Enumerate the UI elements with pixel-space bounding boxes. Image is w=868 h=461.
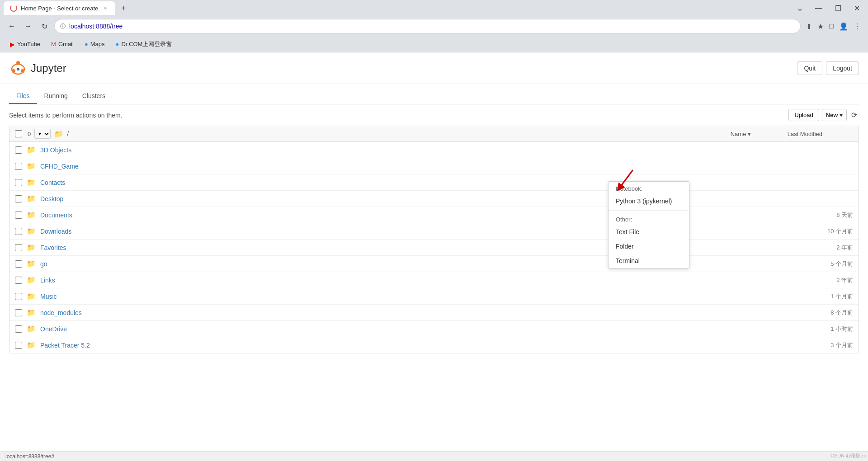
bookmark-maps-label: Maps [90,41,105,47]
file-time-11: 1 小时前 [785,325,853,333]
table-row: 📁 Documents 8 天前 [9,207,859,223]
file-name-11[interactable]: OneDrive [40,325,781,333]
file-name-9[interactable]: Music [40,293,781,300]
upload-button[interactable]: Upload [788,109,819,121]
bookmarks-bar: ▶ YouTube M Gmail ● Maps ● Dr.COM上网登录窗 [0,36,868,52]
item-count: 0 [28,131,31,137]
bookmark-youtube[interactable]: ▶ YouTube [5,39,45,50]
jupyter-header: Jupyter Quit Logout [0,52,868,84]
table-row: 📁 Downloads 10 个月前 [9,223,859,240]
address-text: localhost:8888/tree [69,23,795,30]
terminal-option[interactable]: Terminal [609,254,689,268]
tab-title: Home Page - Select or create [21,5,98,12]
file-checkbox-1[interactable] [15,163,22,170]
file-checkbox-0[interactable] [15,146,22,154]
name-column-header[interactable]: Name ▾ [731,131,751,137]
tab-files[interactable]: Files [9,89,37,104]
file-name-0[interactable]: 3D Objects [40,146,781,154]
split-screen-button[interactable]: □ [827,20,835,33]
table-row: 📁 Music 1 个月前 [9,288,859,305]
file-name-8[interactable]: Links [40,277,781,284]
python3-option[interactable]: Python 3 (ipykernel) [609,194,689,208]
browser-tab[interactable]: Home Page - Select or create × [4,1,115,15]
file-time-12: 3 个月前 [785,341,853,349]
text-file-option[interactable]: Text File [609,225,689,239]
file-name-12[interactable]: Packet Tracer 5.2 [40,342,781,349]
reload-button[interactable]: ↻ [38,20,51,33]
file-name-10[interactable]: node_modules [40,309,781,316]
folder-icon-12: 📁 [27,341,36,349]
select-all-checkbox[interactable] [15,130,22,137]
folder-option[interactable]: Folder [609,239,689,254]
quit-button[interactable]: Quit [797,61,822,75]
tab-running[interactable]: Running [37,89,75,104]
file-checkbox-3[interactable] [15,195,22,202]
file-time-10: 8 个月前 [785,309,853,317]
folder-icon-5: 📁 [27,227,36,235]
drcom-icon: ● [116,41,119,47]
table-row: 📁 Desktop [9,191,859,207]
secure-icon: ⓘ [60,23,66,30]
close-window-button[interactable]: ✕ [849,2,864,14]
refresh-button[interactable]: ⟳ [849,109,859,121]
file-name-1[interactable]: CFHD_Game [40,163,781,170]
sort-dropdown[interactable]: ▾ [34,129,51,139]
path-text: / [67,130,69,137]
folder-icon-7: 📁 [27,259,36,268]
table-row: 📁 3D Objects [9,142,859,158]
jupyter-logo: Jupyter [9,59,66,77]
folder-icon-10: 📁 [27,308,36,317]
tab-close-button[interactable]: × [102,5,109,12]
file-checkbox-5[interactable] [15,228,22,235]
file-checkbox-7[interactable] [15,260,22,268]
watermark: CSDN @涨影zo [830,452,866,459]
maximize-button[interactable]: ❐ [830,2,846,14]
folder-icon-11: 📁 [27,325,36,333]
table-row: 📁 Contacts [9,174,859,191]
svg-point-4 [17,68,19,71]
file-checkbox-8[interactable] [15,277,22,284]
menu-button[interactable]: ⋮ [852,20,863,33]
bookmark-button[interactable]: ★ [816,20,826,33]
file-time-4: 8 天前 [785,211,853,219]
file-list: 0 ▾ 📁 / Name ▾ Last Modified 📁 3D Object… [9,126,859,353]
bookmark-drcom[interactable]: ● Dr.COM上网登录窗 [111,38,177,50]
window-dropdown-icon[interactable]: ⌄ [793,1,807,15]
table-row: 📁 node_modules 8 个月前 [9,305,859,321]
table-row: 📁 Favorites 2 年前 [9,240,859,256]
folder-icon-header: 📁 [54,130,63,138]
file-checkbox-4[interactable] [15,212,22,219]
file-checkbox-6[interactable] [15,244,22,251]
bookmark-maps[interactable]: ● Maps [80,39,109,49]
folder-icon-8: 📁 [27,276,36,284]
file-checkbox-10[interactable] [15,309,22,316]
table-row: 📁 OneDrive 1 小时前 [9,321,859,337]
back-button[interactable]: ← [5,20,18,33]
file-list-header: 0 ▾ 📁 / Name ▾ Last Modified [9,126,859,142]
profile-button[interactable]: 👤 [837,20,850,33]
forward-button[interactable]: → [22,20,34,33]
new-button[interactable]: New ▾ [822,109,847,121]
file-time-6: 2 年前 [785,244,853,252]
file-checkbox-12[interactable] [15,342,22,349]
folder-icon-6: 📁 [27,243,36,252]
logout-button[interactable]: Logout [826,61,859,75]
status-url: localhost:8888/tree# [5,453,54,460]
gmail-icon: M [51,41,56,47]
minimize-button[interactable]: — [811,2,827,14]
address-bar[interactable]: ⓘ localhost:8888/tree [54,19,801,33]
file-checkbox-11[interactable] [15,325,22,333]
tab-clusters[interactable]: Clusters [75,89,113,104]
table-row: 📁 Packet Tracer 5.2 3 个月前 [9,337,859,353]
folder-icon-3: 📁 [27,194,36,203]
file-checkbox-2[interactable] [15,179,22,186]
bookmark-drcom-label: Dr.COM上网登录窗 [121,40,172,48]
file-checkbox-9[interactable] [15,293,22,300]
main-tabs: Files Running Clusters [9,89,859,104]
bookmark-youtube-label: YouTube [17,41,40,47]
new-tab-button[interactable]: + [117,2,130,14]
file-time-8: 2 年前 [785,276,853,284]
bookmark-gmail[interactable]: M Gmail [47,39,78,49]
share-button[interactable]: ⬆ [804,20,814,33]
folder-icon-0: 📁 [27,146,36,154]
